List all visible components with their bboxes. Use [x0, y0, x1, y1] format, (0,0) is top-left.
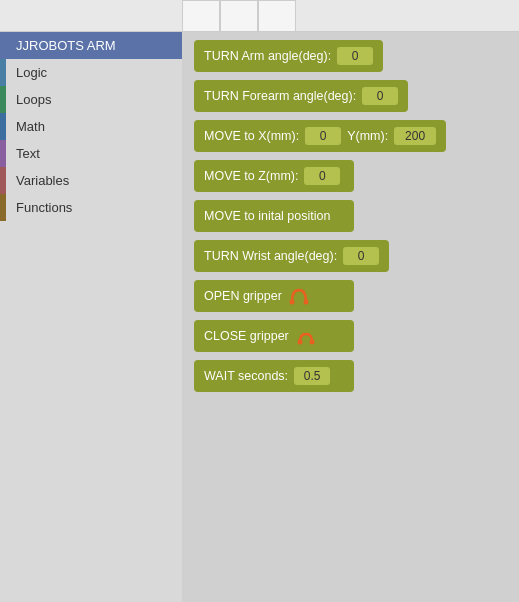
header	[0, 0, 519, 32]
sidebar-item-jjrobots-arm[interactable]: JJROBOTS ARM	[0, 32, 182, 59]
block-move-z: MOVE to Z(mm):	[194, 160, 354, 192]
sidebar: JJROBOTS ARMLogicLoopsMathTextVariablesF…	[0, 32, 182, 602]
color-bar	[0, 167, 6, 194]
block-label: MOVE to inital position	[204, 209, 330, 223]
sidebar-item-logic[interactable]: Logic	[0, 59, 182, 86]
sidebar-item-label: Text	[16, 146, 40, 161]
color-bar	[0, 113, 6, 140]
block-move-initial: MOVE to inital position	[194, 200, 354, 232]
block-label: TURN Arm angle(deg):	[204, 49, 331, 63]
block-label: MOVE to X(mm):	[204, 129, 299, 143]
sidebar-item-label: Loops	[16, 92, 51, 107]
block-label: CLOSE gripper	[204, 329, 289, 343]
tab-xml[interactable]	[258, 0, 296, 31]
main-layout: JJROBOTS ARMLogicLoopsMathTextVariablesF…	[0, 32, 519, 602]
color-bar	[0, 194, 6, 221]
sidebar-item-label: Variables	[16, 173, 69, 188]
sidebar-item-label: Math	[16, 119, 45, 134]
sidebar-item-math[interactable]: Math	[0, 113, 182, 140]
blocks-content: TURN Arm angle(deg):TURN Forearm angle(d…	[182, 32, 519, 602]
block-label: OPEN gripper	[204, 289, 282, 303]
block-turn-forearm: TURN Forearm angle(deg):	[194, 80, 408, 112]
sidebar-item-text[interactable]: Text	[0, 140, 182, 167]
sidebar-item-variables[interactable]: Variables	[0, 167, 182, 194]
color-bar	[0, 59, 6, 86]
input-angle[interactable]	[343, 247, 379, 265]
tab-javascript[interactable]	[182, 0, 220, 31]
block-turn-arm: TURN Arm angle(deg):	[194, 40, 383, 72]
input-angle[interactable]	[337, 47, 373, 65]
color-bar	[0, 140, 6, 167]
sidebar-item-label: Functions	[16, 200, 72, 215]
block-label: MOVE to Z(mm):	[204, 169, 298, 183]
color-bar	[0, 32, 6, 59]
blocks-label	[0, 0, 182, 31]
svg-point-2	[297, 340, 302, 345]
block-move-xy: MOVE to X(mm):Y(mm):	[194, 120, 446, 152]
svg-point-0	[289, 300, 294, 305]
input-x[interactable]	[305, 127, 341, 145]
svg-point-3	[309, 340, 314, 345]
block-close-gripper: CLOSE gripper	[194, 320, 354, 352]
block-label: TURN Wrist angle(deg):	[204, 249, 337, 263]
block-label: WAIT seconds:	[204, 369, 288, 383]
input-z[interactable]	[304, 167, 340, 185]
block-turn-wrist: TURN Wrist angle(deg):	[194, 240, 389, 272]
block-open-gripper: OPEN gripper	[194, 280, 354, 312]
input-y[interactable]	[394, 127, 436, 145]
tab-python[interactable]	[220, 0, 258, 31]
sidebar-item-label: JJROBOTS ARM	[16, 38, 116, 53]
y-label: Y(mm):	[347, 129, 388, 143]
input-seconds[interactable]	[294, 367, 330, 385]
close-gripper-icon	[295, 326, 317, 346]
svg-point-1	[303, 300, 308, 305]
block-wait-seconds: WAIT seconds:	[194, 360, 354, 392]
sidebar-item-functions[interactable]: Functions	[0, 194, 182, 221]
input-angle[interactable]	[362, 87, 398, 105]
block-label: TURN Forearm angle(deg):	[204, 89, 356, 103]
color-bar	[0, 86, 6, 113]
sidebar-item-loops[interactable]: Loops	[0, 86, 182, 113]
open-gripper-icon	[288, 286, 310, 306]
sidebar-item-label: Logic	[16, 65, 47, 80]
